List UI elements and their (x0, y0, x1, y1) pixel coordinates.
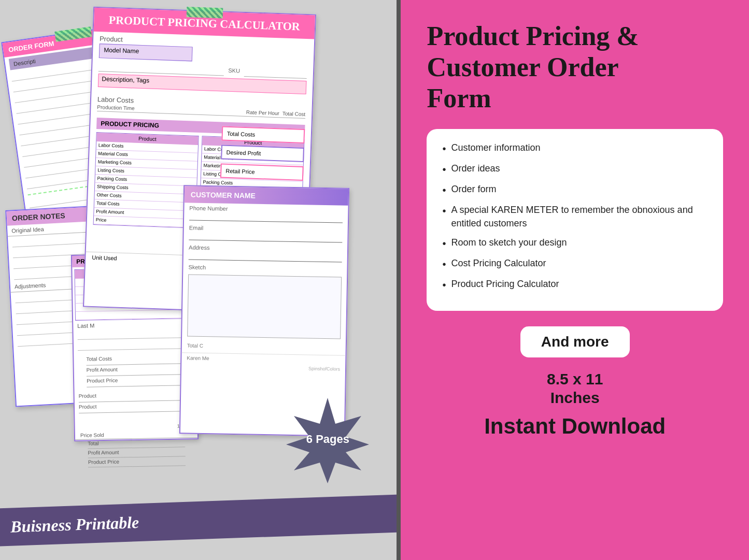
tape-top (187, 7, 223, 18)
unit-used-label: Unit Used (92, 254, 117, 262)
retail-price-result: Retail Price (220, 163, 304, 181)
sketch-area (187, 274, 342, 339)
feature-item-4: • A special KAREN METER to remember the … (442, 204, 708, 229)
bullet-6: • (442, 257, 446, 271)
feature-item-1: • Customer information (442, 141, 708, 156)
feature-text-6: Cost Pricing Calculator (451, 257, 546, 270)
bullet-7: • (442, 278, 446, 292)
pages-badge-text: 6 Pages (306, 433, 349, 446)
feature-item-7: • Product Pricing Calculator (442, 278, 708, 292)
price-sold-label: Price Sold (80, 432, 104, 438)
feature-item-5: • Room to sketch your design (442, 236, 708, 251)
total-c-label: Total C (187, 342, 203, 349)
feature-text-2: Order ideas (451, 162, 500, 175)
rate-per-hour-label: Rate Per Hour (246, 109, 279, 116)
order-form-title: ORDER FORM (8, 39, 54, 53)
bullet-3: • (442, 183, 446, 197)
banner-text: Buisness Printable (10, 513, 139, 536)
features-box: • Customer information • Order ideas • O… (427, 129, 723, 310)
bullet-5: • (442, 236, 446, 251)
feature-item-6: • Cost Pricing Calculator (442, 257, 708, 271)
product-title: Product Pricing & Customer Order Form (427, 21, 639, 113)
business-printable-banner: Buisness Printable (0, 494, 397, 547)
sku-label: SKU (228, 67, 240, 74)
feature-item-3: • Order form (442, 183, 708, 197)
spinshofcolors-footer: SpinshofColors (308, 366, 340, 372)
feature-text-5: Room to sketch your design (451, 236, 567, 249)
last-m-label: Last M (77, 321, 191, 329)
bullet-4: • (442, 204, 446, 218)
karen-label: Karen Me (187, 355, 209, 361)
sketch-label: Sketch (183, 262, 347, 273)
calc-product-section: Product Model Name SKU Description, Tags (91, 32, 314, 100)
and-more-label: And more (520, 326, 630, 357)
model-name-field: Model Name (99, 44, 193, 61)
panel-divider (397, 0, 401, 560)
total-costs-result: Total Costs (221, 126, 305, 143)
size-text: 8.5 x 11Inches (547, 370, 603, 407)
feature-text-7: Product Pricing Calculator (451, 278, 559, 291)
feature-item-2: • Order ideas (442, 162, 708, 177)
feature-text-3: Order form (451, 183, 496, 196)
total-cost-col-label: Total Cost (282, 111, 306, 118)
desired-profit-result: Desired Profit (221, 145, 304, 162)
feature-text-1: Customer information (451, 141, 540, 154)
bullet-2: • (442, 162, 446, 177)
pages-badge-container: 6 Pages (284, 395, 372, 483)
feature-text-4: A special KAREN METER to remember the ob… (451, 204, 708, 229)
right-panel: Product Pricing & Customer Order Form • … (401, 0, 749, 560)
bullet-1: • (442, 141, 446, 156)
left-panel: ORDER FORM Descripti PR (0, 0, 397, 560)
results-box: Total Costs Desired Profit Retail Price (220, 126, 305, 185)
total-costs-small: Total Costs (86, 356, 112, 362)
instant-download-text: Instant Download (484, 414, 666, 438)
